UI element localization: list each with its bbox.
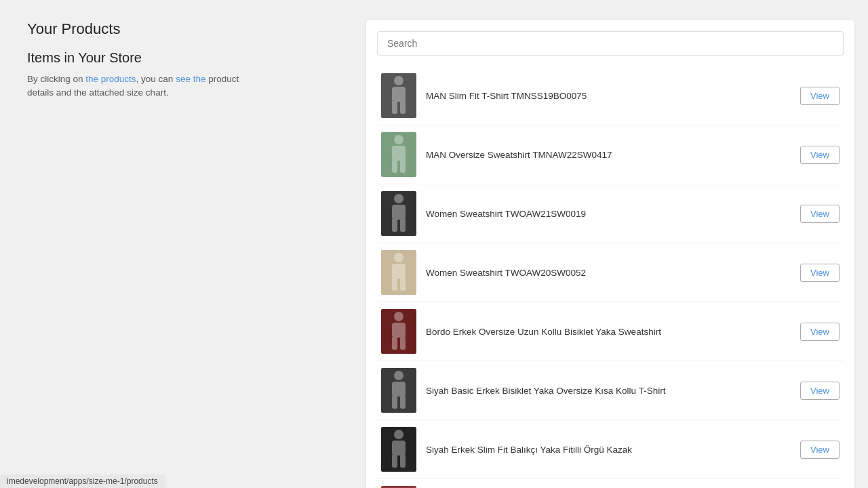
product-image <box>381 309 416 354</box>
svg-point-16 <box>394 312 403 321</box>
product-name: Bordo Erkek Oversize Uzun Kollu Bisiklet… <box>426 327 791 337</box>
view-button[interactable]: View <box>800 205 840 223</box>
svg-rect-17 <box>392 323 406 338</box>
product-name: Siyah Basic Erkek Bisiklet Yaka Oversize… <box>426 386 791 396</box>
product-name: Women Sweatshirt TWOAW21SW0019 <box>426 209 791 219</box>
view-button[interactable]: View <box>800 323 840 341</box>
svg-rect-26 <box>392 454 397 468</box>
search-input[interactable] <box>377 31 844 56</box>
svg-point-20 <box>394 371 403 380</box>
page-title: Your Products <box>27 20 326 38</box>
svg-rect-5 <box>392 146 406 161</box>
product-list: MAN Slim Fit T-Shirt TMNSS19BO0075View M… <box>377 66 844 488</box>
svg-rect-27 <box>400 454 406 468</box>
svg-point-4 <box>394 135 403 144</box>
svg-rect-2 <box>392 100 397 114</box>
table-row: Siyah Basic Erkek Bisiklet Yaka Oversize… <box>377 361 844 420</box>
svg-rect-11 <box>400 218 406 232</box>
svg-rect-15 <box>400 277 406 291</box>
svg-rect-13 <box>392 264 406 279</box>
svg-rect-7 <box>400 159 406 173</box>
svg-rect-19 <box>400 336 406 350</box>
view-button[interactable]: View <box>800 264 840 282</box>
product-name: Women Sweatshirt TWOAW20SW0052 <box>426 268 791 278</box>
view-button[interactable]: View <box>800 382 840 400</box>
product-name: MAN Slim Fit T-Shirt TMNSS19BO0075 <box>426 91 791 101</box>
svg-rect-9 <box>392 205 406 220</box>
view-button[interactable]: View <box>800 441 840 459</box>
product-image <box>381 368 416 413</box>
table-row: MAN Slim Fit T-Shirt TMNSS19BO0075View <box>377 66 844 125</box>
product-name: Siyah Erkek Slim Fit Balıkçı Yaka Fitill… <box>426 445 791 455</box>
product-image <box>381 250 416 295</box>
product-image <box>381 73 416 118</box>
description: By clicking on the products, you can see… <box>27 73 244 100</box>
product-name: MAN Oversize Sweatshirt TMNAW22SW0417 <box>426 150 791 160</box>
svg-rect-18 <box>392 336 397 350</box>
svg-point-8 <box>394 194 403 203</box>
status-bar: imedevelopment/apps/size-me-1/products <box>0 474 165 488</box>
table-row: Bordo Erkek Oduncu Regular GömlekView <box>377 479 844 488</box>
product-image <box>381 427 416 472</box>
svg-point-0 <box>394 76 403 85</box>
svg-rect-25 <box>392 441 406 455</box>
svg-rect-10 <box>392 218 397 232</box>
product-image <box>381 132 416 177</box>
svg-rect-3 <box>400 100 406 114</box>
svg-rect-14 <box>392 277 397 291</box>
table-row: Bordo Erkek Oversize Uzun Kollu Bisiklet… <box>377 302 844 361</box>
svg-point-24 <box>394 430 403 439</box>
table-row: Women Sweatshirt TWOAW20SW0052View <box>377 243 844 302</box>
product-image <box>381 191 416 236</box>
section-title: Items in Your Store <box>27 50 326 66</box>
svg-rect-1 <box>392 87 406 102</box>
svg-rect-22 <box>392 395 397 409</box>
table-row: Women Sweatshirt TWOAW21SW0019View <box>377 184 844 243</box>
svg-rect-23 <box>400 395 406 409</box>
svg-rect-21 <box>392 382 406 396</box>
table-row: MAN Oversize Sweatshirt TMNAW22SW0417Vie… <box>377 125 844 184</box>
table-row: Siyah Erkek Slim Fit Balıkçı Yaka Fitill… <box>377 420 844 479</box>
products-card: MAN Slim Fit T-Shirt TMNSS19BO0075View M… <box>366 20 854 488</box>
view-button[interactable]: View <box>800 87 840 105</box>
view-button[interactable]: View <box>800 146 840 164</box>
svg-rect-6 <box>392 159 397 173</box>
svg-point-12 <box>394 253 403 262</box>
